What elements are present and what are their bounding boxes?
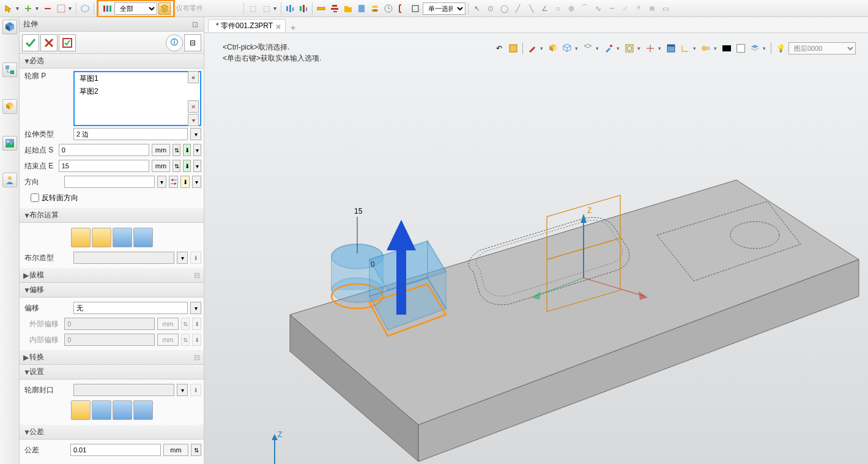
dimension-value[interactable]: 15 [354, 207, 363, 215]
parallel-tool-icon[interactable]: 〃 [632, 2, 645, 15]
circle-tool-icon[interactable]: ◯ [498, 2, 510, 15]
end-input[interactable] [59, 160, 149, 172]
square-icon[interactable] [409, 2, 421, 15]
align-icon[interactable] [297, 2, 310, 15]
box-tool-icon[interactable]: ▭ [659, 2, 672, 15]
spline-tool-icon[interactable]: ～ [606, 2, 618, 15]
list-item[interactable]: 草图1 [77, 72, 198, 85]
bool-cut-icon[interactable] [113, 228, 132, 247]
dropdown-arrow-icon[interactable]: ▾ [35, 5, 40, 12]
bracket-icon[interactable] [396, 2, 408, 15]
wave-tool-icon[interactable]: ∿ [592, 2, 604, 15]
section-boolean[interactable]: ▼ 布尔运算 [20, 208, 204, 223]
line-tool-icon[interactable]: ╱ [511, 2, 524, 15]
section-transform[interactable]: ▶ 转换 ⊟ [20, 350, 204, 365]
tool-icon[interactable]: ⬚ [247, 2, 259, 15]
pick-icon[interactable]: ⬇ [192, 334, 201, 346]
section-tolerance[interactable]: ▼ 公差 [20, 425, 204, 440]
cursor-icon[interactable]: ↖ [471, 2, 483, 15]
circle3-tool-icon[interactable]: ⊚ [565, 2, 577, 15]
cap-both-icon[interactable] [71, 400, 91, 420]
cap-none-icon[interactable] [133, 400, 153, 420]
bool-base-icon[interactable] [71, 228, 91, 247]
circle-tool-icon[interactable]: ⊙ [484, 2, 497, 15]
cancel-button[interactable] [40, 34, 57, 51]
section-offset[interactable]: ▼ 偏移 [20, 283, 204, 297]
dropdown-icon[interactable]: ▾ [177, 252, 188, 264]
circle-tool-icon[interactable]: ○ [552, 2, 564, 15]
ok-button[interactable] [22, 34, 39, 51]
align-icon[interactable] [284, 2, 296, 15]
layer-unlock-icon[interactable] [158, 2, 171, 15]
settings-button[interactable]: ⊟ [184, 34, 201, 51]
spinner-icon[interactable]: ⇅ [181, 334, 190, 346]
viewport[interactable]: * 零件001.Z3PRT ✕ + <Ctrl-pick>取消选择. <单击右键… [204, 17, 868, 464]
profile-list[interactable]: 草图1 草图2 [73, 71, 201, 126]
add-icon[interactable] [22, 2, 34, 15]
flip-icon[interactable] [169, 176, 178, 188]
select-mode-dropdown[interactable]: 单一选择 [423, 2, 466, 15]
dropdown-icon[interactable]: ▾ [177, 384, 188, 396]
clear-icon[interactable]: ✕ [188, 100, 199, 113]
start-input[interactable] [59, 144, 149, 156]
hex-icon[interactable] [79, 2, 91, 15]
add-tab-button[interactable]: + [287, 23, 299, 32]
canvas-3d[interactable]: Z [204, 33, 868, 464]
apply-button[interactable] [59, 34, 76, 51]
sheet-icon[interactable] [355, 2, 368, 15]
bool-intersect-icon[interactable] [133, 228, 153, 247]
close-icon[interactable]: ✕ [275, 23, 283, 30]
spinner-icon[interactable]: ⇅ [181, 318, 190, 330]
extrude-type-input[interactable] [73, 128, 188, 140]
align-h-icon[interactable] [328, 2, 341, 15]
expand-up-icon[interactable]: « [188, 71, 199, 83]
bool-add-icon[interactable] [92, 228, 111, 247]
tolerance-input[interactable] [70, 444, 161, 456]
direction-input[interactable] [64, 176, 155, 188]
arc-tool-icon[interactable]: ⌒ [579, 2, 591, 15]
spinner-icon[interactable]: ⇅ [191, 444, 201, 456]
tab-active[interactable]: * 零件001.Z3PRT ✕ [208, 19, 286, 32]
inner-offset-input[interactable] [64, 334, 155, 346]
user-icon[interactable] [2, 173, 17, 187]
pick-icon[interactable]: ⬇ [192, 318, 201, 330]
pin-icon[interactable]: ⊡ [189, 18, 201, 31]
dropdown-arrow-icon[interactable]: ▾ [273, 5, 278, 12]
tool-icon[interactable]: ⬚ [260, 2, 272, 15]
dropdown-icon[interactable]: ▾ [190, 302, 201, 314]
apply-icon[interactable]: ⬇ [183, 160, 191, 172]
clock-icon[interactable] [382, 2, 395, 15]
dropdown-icon[interactable]: ▾ [193, 160, 201, 172]
dropdown-icon[interactable]: ▾ [188, 114, 199, 126]
filter-select[interactable]: 全部 [114, 2, 157, 15]
folder-icon[interactable] [342, 2, 354, 15]
cap-end-icon[interactable] [113, 400, 132, 420]
grid-select-icon[interactable] [55, 2, 67, 15]
bool-shape-input[interactable] [73, 252, 174, 264]
info-button[interactable]: ⓘ [166, 34, 183, 51]
section-settings[interactable]: ▼ 设置 [20, 365, 204, 380]
dropdown-icon[interactable]: ▾ [190, 128, 201, 140]
box-yellow-icon[interactable] [2, 99, 17, 114]
apply-icon[interactable]: ⬇ [180, 176, 190, 188]
dropdown-icon[interactable]: ▾ [192, 176, 201, 188]
section-required[interactable]: ▼ 必选 [20, 54, 204, 69]
remove-icon[interactable] [42, 2, 54, 15]
cap-input[interactable] [73, 384, 174, 396]
dropdown-arrow-icon[interactable]: ▾ [69, 5, 73, 12]
image-icon[interactable] [2, 136, 17, 151]
apply-icon[interactable]: ⬇ [183, 144, 191, 156]
stack-icon[interactable] [369, 2, 381, 15]
ruler-icon[interactable] [315, 2, 327, 15]
tree-icon[interactable] [2, 62, 17, 77]
pointer-icon[interactable] [2, 2, 15, 15]
dropdown-arrow-icon[interactable]: ▾ [16, 5, 21, 12]
angle-tool-icon[interactable]: ∠ [538, 2, 551, 15]
offset-input[interactable] [73, 302, 188, 314]
section-draft[interactable]: ▶ 拔模 ⊟ [20, 268, 204, 283]
spinner-icon[interactable]: ⇅ [172, 160, 180, 172]
cube-icon[interactable] [2, 20, 17, 34]
outer-offset-input[interactable] [64, 318, 155, 330]
list-item[interactable]: 草图2 [77, 85, 198, 98]
cap-start-icon[interactable] [92, 400, 111, 420]
